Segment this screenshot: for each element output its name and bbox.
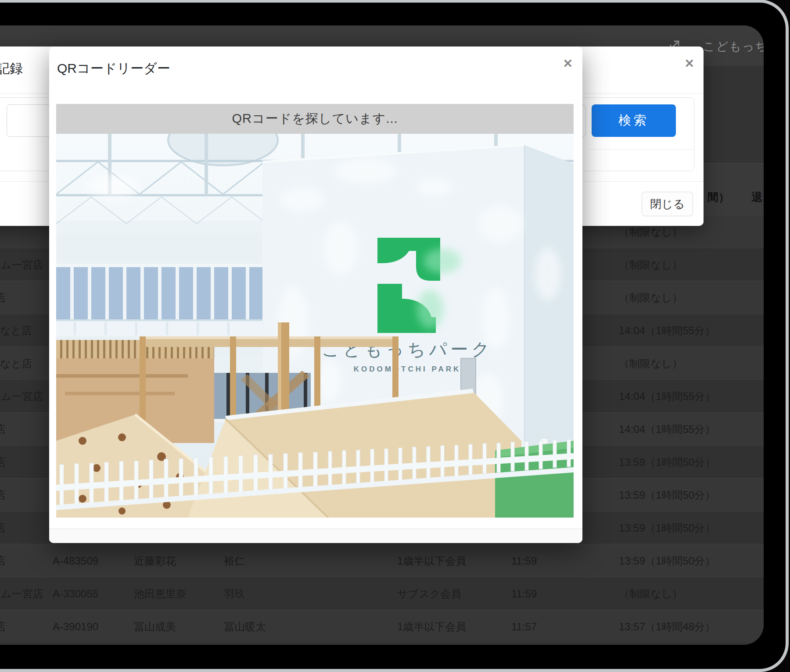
cell-exit: 14:04（1時間55分） xyxy=(619,314,715,347)
qr-reader-modal: QRコードリーダー ✕ QRコードを探しています... xyxy=(49,46,582,543)
cell-child: 冨山暖太 xyxy=(224,610,266,643)
cell-store: 店 xyxy=(0,610,6,643)
camera-photo-playground: こどもっちパーク KODOMOTCHI PARK xyxy=(56,134,574,518)
cell-exit: 14:04（1時間55分） xyxy=(619,413,715,446)
qr-modal-title: QRコードリーダー xyxy=(57,60,170,78)
close-icon[interactable]: ✕ xyxy=(684,58,694,70)
cell-store: 店 xyxy=(0,511,6,544)
cell-exit: （制限なし） xyxy=(619,347,682,380)
cell-id: A-390190 xyxy=(53,610,98,643)
cell-exit: 13:59（1時間50分） xyxy=(619,479,715,511)
search-box-inner-divider xyxy=(588,149,694,150)
cell-entry: 11:59 xyxy=(511,544,537,577)
cell-store: 店 xyxy=(0,413,6,446)
cell-exit: （制限なし） xyxy=(619,577,682,610)
cell-id: A-483509 xyxy=(53,544,98,577)
qr-scan-status-banner: QRコードを探しています... xyxy=(56,104,574,134)
cell-store: ム一宮店 xyxy=(1,577,43,610)
cell-parent: 池田恵里奈 xyxy=(134,577,187,610)
cell-store: 店 xyxy=(0,446,6,479)
table-header-scheduled-tail: 間） xyxy=(707,190,729,204)
cell-store: 店 xyxy=(0,479,6,511)
photo-logo-en: KODOMOTCHI PARK xyxy=(354,365,461,373)
close-dialog-button[interactable]: 閉じる xyxy=(642,192,693,216)
cell-type: サブスク会員 xyxy=(397,577,461,610)
search-button[interactable]: 検索 xyxy=(592,104,676,137)
cell-type: 1歳半以下会員 xyxy=(397,610,466,643)
cell-exit: 13:59（1時間50分） xyxy=(619,446,715,479)
cell-entry: 11:59 xyxy=(511,577,537,610)
qr-modal-footer xyxy=(49,529,582,543)
cell-exit: 13:59（1時間50分） xyxy=(619,544,715,577)
cell-parent: 冨山成美 xyxy=(134,610,176,643)
screenshot-stage: こどもっちパーク 間） 退 （制限なし）ム一宮店（制限なし）店（制限なし）なと店… xyxy=(0,0,790,672)
cell-exit: （制限なし） xyxy=(619,281,682,314)
cell-store: なと店 xyxy=(0,347,32,380)
cell-type: 1歳半以下会員 xyxy=(397,544,466,577)
table-header-exit: 退 xyxy=(751,190,762,204)
camera-view: こどもっちパーク KODOMOTCHI PARK xyxy=(56,134,574,518)
table-row: 店A-483509近藤彩花裕仁1歳半以下会員11:5913:59（1時間50分） xyxy=(0,544,764,577)
app-brand: こどもっちパーク xyxy=(703,39,764,54)
table-row: 店A-390190冨山成美冨山暖太1歳半以下会員11:5713:57（1時間48… xyxy=(0,610,764,643)
cell-entry: 11:57 xyxy=(511,610,537,643)
cell-store: ム一宮店 xyxy=(1,248,43,281)
cell-exit: 14:04（1時間55分） xyxy=(619,380,715,413)
cell-store: なと店 xyxy=(0,314,32,347)
table-row: ム一宮店A-330055池田恵里奈羽玖サブスク会員11:59（制限なし） xyxy=(0,577,764,610)
cell-parent: 近藤彩花 xyxy=(134,544,176,577)
cell-store: 店 xyxy=(0,281,6,314)
cell-exit: 13:57（1時間48分） xyxy=(619,610,715,643)
qr-close-icon[interactable]: ✕ xyxy=(563,58,573,70)
cell-id: A-330055 xyxy=(53,577,98,610)
dialog-title: 記録 xyxy=(0,60,23,78)
cell-exit: （制限なし） xyxy=(619,248,682,281)
cell-child: 裕仁 xyxy=(224,544,245,577)
cell-child: 羽玖 xyxy=(224,577,245,610)
tablet-screen: こどもっちパーク 間） 退 （制限なし）ム一宮店（制限なし）店（制限なし）なと店… xyxy=(0,25,764,645)
cell-store: ム一宮店 xyxy=(1,380,43,413)
cell-store: 店 xyxy=(0,544,6,577)
cell-exit: 13:59（1時間50分） xyxy=(619,511,715,544)
